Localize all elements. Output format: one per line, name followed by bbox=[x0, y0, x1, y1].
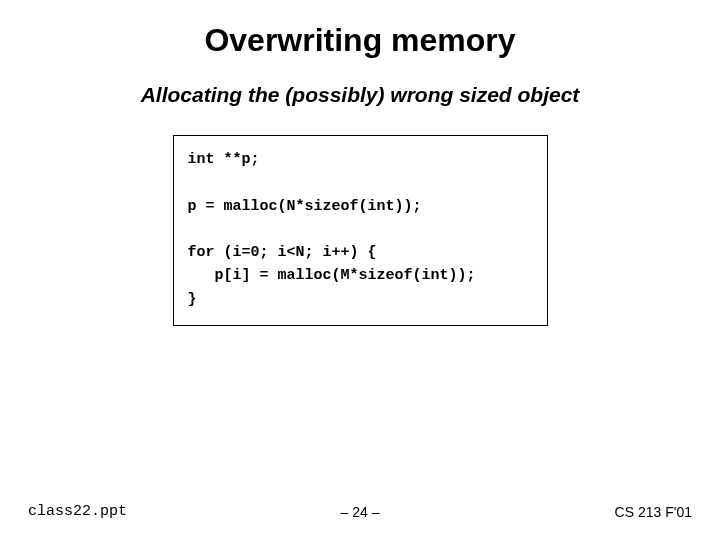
slide-title: Overwriting memory bbox=[0, 22, 720, 59]
footer-page-number: – 24 – bbox=[341, 504, 380, 520]
footer-course: CS 213 F'01 bbox=[615, 504, 692, 520]
footer-filename: class22.ppt bbox=[28, 503, 127, 520]
code-block: int **p; p = malloc(N*sizeof(int)); for … bbox=[173, 135, 548, 326]
slide-subtitle: Allocating the (possibly) wrong sized ob… bbox=[0, 83, 720, 107]
